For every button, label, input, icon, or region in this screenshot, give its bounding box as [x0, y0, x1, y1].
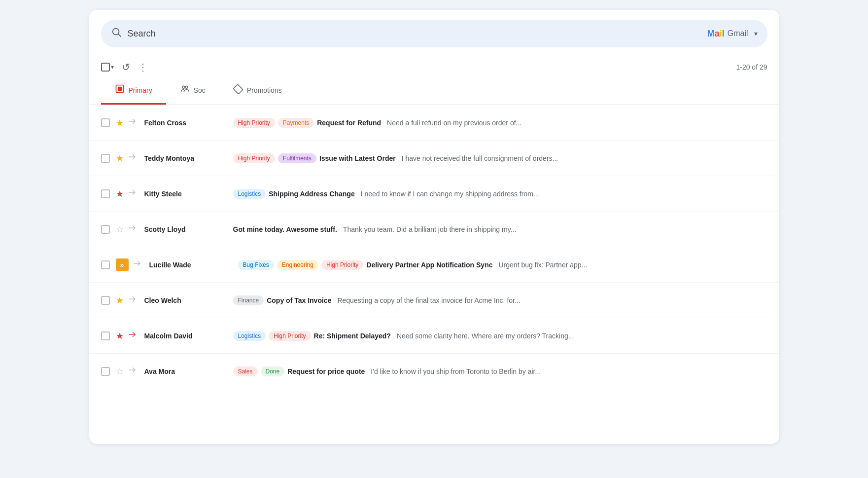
email-badge: High Priority — [233, 118, 275, 128]
sender-name: Felton Cross — [144, 119, 233, 127]
tab-primary-label: Primary — [129, 86, 152, 94]
row-checkbox[interactable] — [101, 367, 110, 376]
forward-icon — [128, 366, 137, 377]
forward-icon — [128, 152, 137, 164]
email-body: High PriorityFulfilmentsIssue with Lates… — [233, 153, 767, 163]
email-badge: High Priority — [269, 331, 311, 341]
email-row[interactable]: ★Teddy MontoyaHigh PriorityFulfilmentsIs… — [89, 141, 779, 176]
gmail-logo: Mail Gmail — [707, 29, 748, 39]
row-checkbox[interactable] — [101, 296, 110, 305]
forward-icon — [128, 294, 137, 306]
forward-icon — [128, 188, 137, 199]
row-checkbox[interactable] — [101, 331, 110, 340]
refresh-button[interactable]: ↺ — [122, 61, 130, 73]
tabs: Primary Soc Promotions — [89, 77, 779, 105]
social-tab-icon — [180, 84, 190, 96]
svg-rect-3 — [117, 87, 121, 91]
email-badge: Payments — [278, 118, 314, 128]
email-badge: Engineering — [277, 260, 318, 270]
email-subject: Request for price quote — [287, 368, 365, 375]
email-body: Bug FixesEngineeringHigh PriorityDeliver… — [238, 260, 767, 270]
email-body: SalesDoneRequest for price quoteI'd like… — [233, 367, 767, 376]
email-row[interactable]: »Lucille WadeBug FixesEngineeringHigh Pr… — [89, 247, 779, 283]
star-icon[interactable]: ☆ — [116, 224, 124, 235]
email-subject: Delivery Partner App Notification Sync — [366, 261, 492, 269]
pagination: 1-20 of 29 — [736, 63, 767, 71]
select-dropdown-arrow[interactable]: ▾ — [111, 64, 114, 71]
star-icon[interactable]: ☆ — [116, 366, 124, 377]
toolbar-left: ▾ ↺ ⋮ — [101, 61, 729, 73]
forward-icon — [128, 223, 137, 235]
email-subject: Request for Refund — [317, 119, 381, 127]
email-subject: Copy of Tax Invoice — [267, 296, 331, 304]
star-icon[interactable]: ★ — [116, 188, 124, 199]
star-icon[interactable]: ★ — [116, 295, 124, 306]
row-checkbox[interactable] — [101, 189, 110, 198]
sender-name: Teddy Montoya — [144, 154, 233, 162]
star-icon[interactable]: ★ — [116, 153, 124, 164]
email-list: ★Felton CrossHigh PriorityPaymentsReques… — [89, 105, 779, 389]
tab-social[interactable]: Soc — [166, 77, 219, 105]
row-checkbox[interactable] — [101, 154, 110, 163]
toolbar: ▾ ↺ ⋮ 1-20 of 29 — [89, 57, 779, 77]
email-preview: Thank you team. Did a brilliant job ther… — [343, 225, 516, 233]
email-badge: High Priority — [321, 260, 363, 270]
svg-line-1 — [118, 34, 121, 37]
svg-point-4 — [182, 86, 185, 88]
tab-promotions[interactable]: Promotions — [219, 77, 296, 105]
email-body: LogisticsHigh PriorityRe: Shipment Delay… — [233, 331, 767, 341]
email-row[interactable]: ★Felton CrossHigh PriorityPaymentsReques… — [89, 105, 779, 141]
email-body: High PriorityPaymentsRequest for RefundN… — [233, 118, 767, 128]
tab-promotions-label: Promotions — [247, 86, 282, 94]
email-preview: Need some clarity here. Where are my ord… — [397, 332, 574, 340]
sender-name: Kitty Steele — [144, 190, 233, 198]
star-icon[interactable]: » — [116, 258, 131, 271]
gmail-container: Search Mail Gmail ▾ ▾ ↺ ⋮ 1-20 of 29 — [89, 10, 779, 444]
row-checkbox[interactable] — [101, 260, 110, 269]
email-badge: High Priority — [233, 153, 275, 163]
forward-icon — [128, 330, 137, 341]
search-icon — [111, 27, 122, 40]
row-checkbox[interactable] — [101, 225, 110, 234]
more-button[interactable]: ⋮ — [138, 61, 148, 73]
email-badge: Finance — [233, 295, 264, 305]
email-preview: Urgent bug fix: Partner app... — [499, 261, 588, 269]
email-badge: Fulfilments — [278, 153, 316, 163]
email-body: LogisticsShipping Address ChangeI need t… — [233, 189, 767, 199]
gmail-m-icon: Mail — [707, 29, 725, 39]
email-badge: Done — [261, 367, 285, 376]
email-row[interactable]: ☆Ava MoraSalesDoneRequest for price quot… — [89, 354, 779, 389]
email-subject: Re: Shipment Delayed? — [314, 332, 391, 340]
email-preview: I'd like to know if you ship from Toront… — [371, 368, 541, 375]
email-body: Got mine today. Awesome stuff.Thank you … — [233, 225, 767, 233]
search-dropdown-arrow[interactable]: ▾ — [754, 30, 758, 37]
email-row[interactable]: ☆Scotty LloydGot mine today. Awesome stu… — [89, 212, 779, 247]
email-row[interactable]: ★Kitty SteeleLogisticsShipping Address C… — [89, 176, 779, 212]
primary-tab-icon — [115, 84, 125, 96]
email-badge: Bug Fixes — [238, 260, 274, 270]
email-row[interactable]: ★Cleo WelchFinanceCopy of Tax InvoiceReq… — [89, 283, 779, 318]
select-all-box[interactable] — [101, 63, 110, 72]
select-all-checkbox[interactable]: ▾ — [101, 63, 114, 72]
email-subject: Shipping Address Change — [269, 190, 355, 198]
row-checkbox[interactable] — [101, 118, 110, 127]
tab-social-label: Soc — [194, 86, 206, 94]
email-row[interactable]: ★Malcolm DavidLogisticsHigh PriorityRe: … — [89, 318, 779, 354]
sender-name: Scotty Lloyd — [144, 225, 233, 233]
tab-primary[interactable]: Primary — [101, 77, 166, 105]
email-subject: Issue with Latest Order — [319, 154, 396, 162]
search-label: Search — [128, 29, 701, 39]
email-body: FinanceCopy of Tax InvoiceRequesting a c… — [233, 295, 767, 305]
email-badge: Logistics — [233, 189, 266, 199]
star-icon[interactable]: ★ — [116, 117, 124, 128]
gmail-text: Gmail — [728, 29, 748, 38]
double-arrow-icon: » — [116, 258, 129, 271]
sender-name: Lucille Wade — [149, 261, 238, 269]
email-badge: Logistics — [233, 331, 266, 341]
search-bar[interactable]: Search Mail Gmail ▾ — [101, 20, 767, 47]
email-badge: Sales — [233, 367, 258, 376]
star-icon[interactable]: ★ — [116, 331, 124, 341]
email-preview: I have not received the full consignment… — [402, 154, 558, 162]
email-subject: Got mine today. Awesome stuff. — [233, 225, 337, 233]
sender-name: Ava Mora — [144, 368, 233, 375]
